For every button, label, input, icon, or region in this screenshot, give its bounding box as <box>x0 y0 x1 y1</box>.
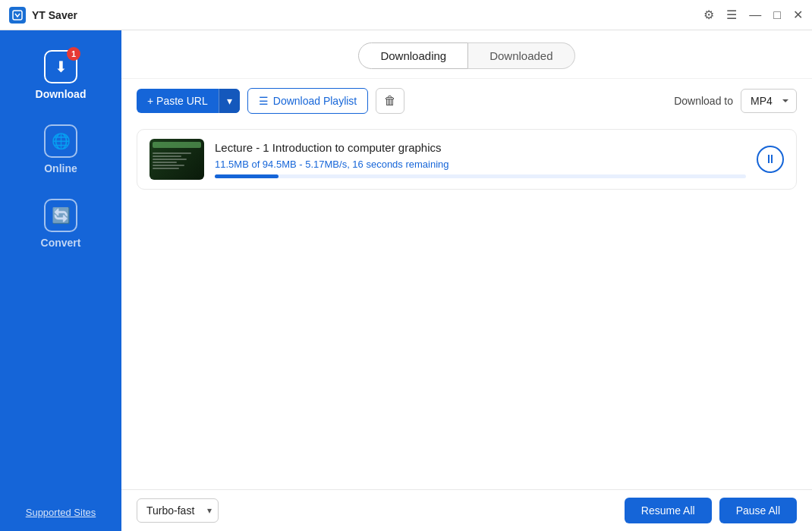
app-logo <box>9 7 26 24</box>
main-layout: ⬇ 1 Download 🌐 Online 🔄 Convert Supporte… <box>0 30 812 531</box>
download-title: Lecture - 1 Introduction to computer gra… <box>215 141 746 154</box>
resume-all-button[interactable]: Resume All <box>625 498 712 523</box>
title-bar: YT Saver ⚙ ☰ — □ ✕ <box>0 0 812 30</box>
download-playlist-button[interactable]: ☰ Download Playlist <box>247 88 369 114</box>
convert-icon-container: 🔄 <box>44 199 77 232</box>
sidebar-item-convert[interactable]: 🔄 Convert <box>0 187 121 261</box>
thumb-line <box>153 152 191 154</box>
sidebar: ⬇ 1 Download 🌐 Online 🔄 Convert Supporte… <box>0 30 121 531</box>
download-progress-text: 11.5MB of 94.5MB - 5.17MB/s, 16 seconds … <box>215 159 746 170</box>
paste-url-main[interactable]: + Paste URL <box>137 89 219 113</box>
tab-downloading[interactable]: Downloading <box>358 42 468 69</box>
toolbar: + Paste URL ▾ ☰ Download Playlist 🗑 Down… <box>121 79 812 123</box>
sidebar-bottom: Supported Sites <box>0 505 121 531</box>
download-list: Lecture - 1 Introduction to computer gra… <box>121 123 812 489</box>
thumb-line <box>153 168 179 169</box>
convert-icon: 🔄 <box>52 206 71 225</box>
progress-bar-container <box>215 174 746 178</box>
sidebar-download-label: Download <box>36 88 87 100</box>
window-controls: ⚙ ☰ — □ ✕ <box>703 8 803 22</box>
download-playlist-label: Download Playlist <box>273 95 357 107</box>
thumb-line <box>153 165 184 166</box>
pause-icon: ⏸ <box>764 152 776 166</box>
minimize-icon[interactable]: — <box>749 8 761 22</box>
thumb-top-bar <box>153 142 201 148</box>
thumb-content <box>149 139 204 180</box>
close-icon[interactable]: ✕ <box>793 8 803 22</box>
thumb-line <box>153 156 181 157</box>
sidebar-convert-label: Convert <box>41 237 81 249</box>
thumb-line <box>153 162 177 163</box>
paste-url-dropdown[interactable]: ▾ <box>219 89 240 113</box>
speed-select-wrapper: Turbo-fast Fast Normal Slow ▾ <box>137 498 219 523</box>
speed-select[interactable]: Turbo-fast Fast Normal Slow <box>137 499 201 522</box>
sidebar-item-online[interactable]: 🌐 Online <box>0 112 121 187</box>
online-icon-container: 🌐 <box>44 124 77 158</box>
app-title: YT Saver <box>32 9 703 21</box>
bottom-bar: Turbo-fast Fast Normal Slow ▾ Resume All… <box>121 489 812 531</box>
download-info: Lecture - 1 Introduction to computer gra… <box>215 141 746 178</box>
paste-url-button[interactable]: + Paste URL ▾ <box>137 89 240 113</box>
trash-button[interactable]: 🗑 <box>376 88 404 114</box>
download-icon-container: ⬇ 1 <box>44 50 77 83</box>
table-row: Lecture - 1 Introduction to computer gra… <box>137 129 797 190</box>
thumb-line <box>153 159 187 160</box>
format-select[interactable]: MP4 MP3 AVI MOV MKV <box>741 89 797 113</box>
trash-icon: 🗑 <box>384 94 396 108</box>
settings-icon[interactable]: ⚙ <box>703 8 714 22</box>
progress-bar-fill <box>215 174 279 178</box>
menu-icon[interactable]: ☰ <box>726 8 737 22</box>
tab-downloaded[interactable]: Downloaded <box>468 42 574 69</box>
download-icon: ⬇ <box>55 58 68 76</box>
svg-rect-0 <box>13 11 22 20</box>
sidebar-item-download[interactable]: ⬇ 1 Download <box>0 38 121 112</box>
playlist-icon: ☰ <box>259 95 269 107</box>
sidebar-online-label: Online <box>44 162 77 174</box>
thumb-lines <box>153 152 201 169</box>
pause-all-button[interactable]: Pause All <box>719 498 797 523</box>
download-thumbnail <box>149 139 204 180</box>
pause-button[interactable]: ⏸ <box>757 146 784 173</box>
tab-bar: Downloading Downloaded <box>121 30 812 79</box>
download-badge: 1 <box>67 47 80 61</box>
maximize-icon[interactable]: □ <box>773 8 781 22</box>
download-to-label: Download to <box>674 95 733 107</box>
content-area: Downloading Downloaded + Paste URL ▾ ☰ D… <box>121 30 812 531</box>
online-icon: 🌐 <box>52 132 71 150</box>
speed-chevron-icon: ▾ <box>201 505 218 516</box>
supported-sites-link[interactable]: Supported Sites <box>26 507 96 518</box>
